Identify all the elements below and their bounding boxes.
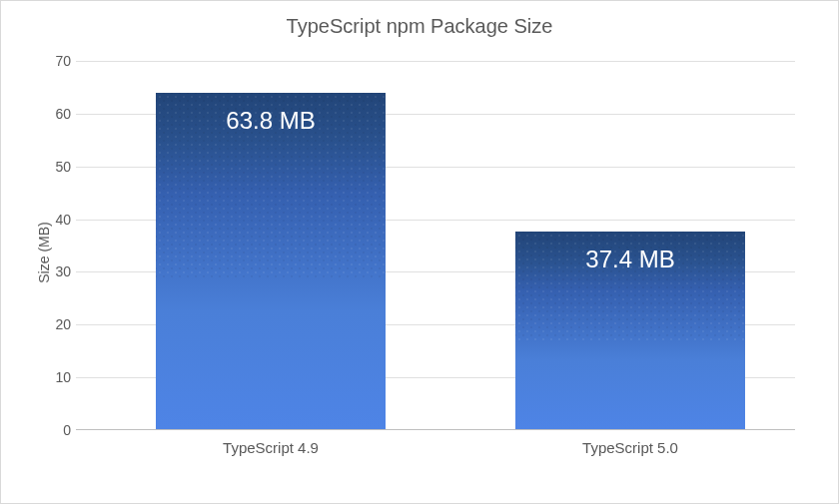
chart-container: TypeScript npm Package Size Size (MB) 01… [0,0,839,504]
bar-value-label: 37.4 MB [515,246,745,273]
y-tick-label: 50 [31,159,71,175]
y-tick-label: 40 [31,212,71,228]
y-tick-label: 0 [31,422,71,438]
y-tick-label: 70 [31,53,71,69]
gridline [76,61,795,62]
bar-value-label: 63.8 MB [156,107,386,135]
plot-area: 63.8 MBTypeScript 4.937.4 MBTypeScript 5… [76,61,795,430]
y-tick-label: 20 [31,316,71,332]
y-tick-label: 10 [31,369,71,385]
y-tick-label: 60 [31,106,71,122]
bar: 63.8 MB [156,93,386,429]
x-tick-label: TypeScript 4.9 [156,439,386,456]
x-tick-label: TypeScript 5.0 [515,439,745,456]
bar: 37.4 MB [515,232,745,429]
chart-title: TypeScript npm Package Size [1,15,838,38]
y-tick-label: 30 [31,263,71,279]
